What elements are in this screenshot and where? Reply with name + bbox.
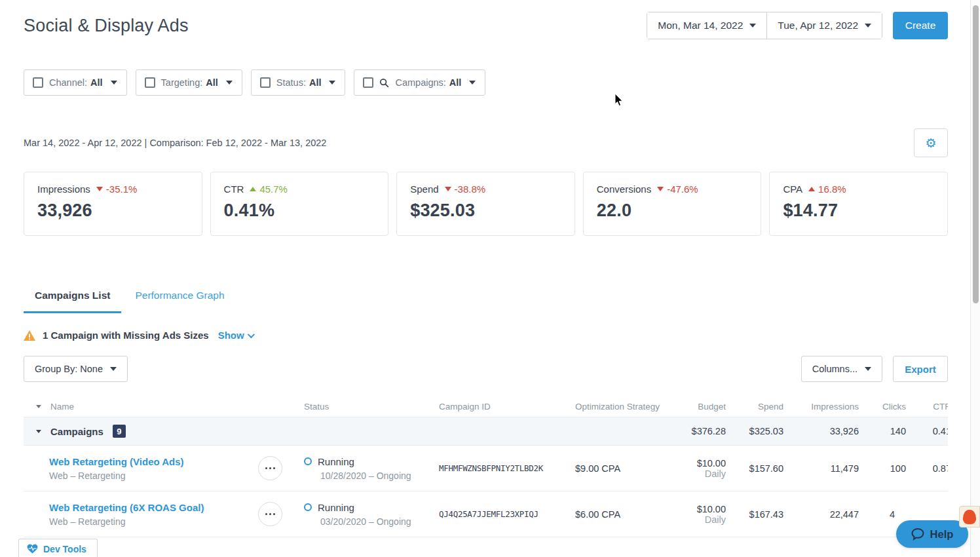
end-date-value: Tue, Apr 12, 2022: [778, 20, 858, 31]
metric-label: Impressions: [37, 183, 90, 195]
channel-filter[interactable]: Channel: All: [24, 69, 127, 96]
collapse-caret-icon[interactable]: [36, 430, 41, 433]
group-by-value: Group By: None: [35, 364, 103, 374]
campaign-dates: 10/28/2020 – Ongoing: [304, 471, 426, 481]
group-by-dropdown[interactable]: Group By: None: [24, 356, 128, 382]
chevron-down-icon: [247, 330, 254, 337]
show-link-label: Show: [218, 330, 244, 341]
targeting-checkbox[interactable]: [145, 77, 155, 88]
tab-performance-graph[interactable]: Performance Graph: [124, 290, 235, 313]
ellipsis-icon: [265, 513, 268, 516]
campaign-name-link[interactable]: Web Retargeting (Video Ads): [49, 456, 258, 467]
column-header-campaign-id[interactable]: Campaign ID: [426, 402, 565, 412]
column-header-ctr[interactable]: CTR: [906, 402, 948, 412]
channel-filter-label: Channel:: [49, 77, 87, 88]
clicks-value: 4: [859, 509, 906, 520]
metric-change: -47.6%: [667, 183, 698, 195]
column-header-impressions[interactable]: Impressions: [783, 402, 859, 412]
column-header-spend[interactable]: Spend: [726, 402, 783, 412]
export-button[interactable]: Export: [893, 356, 948, 382]
table-header-row: Name Status Campaign ID Optimization Str…: [24, 396, 948, 417]
column-header-clicks[interactable]: Clicks: [859, 402, 906, 412]
status-filter[interactable]: Status: All: [251, 69, 346, 96]
campaigns-group-row[interactable]: Campaigns 9 $376.28 $325.03 33,926 140 0…: [24, 417, 948, 446]
help-button[interactable]: Help: [896, 520, 968, 548]
campaign-name-link[interactable]: Web Retargeting (6X ROAS Goal): [49, 502, 258, 513]
campaigns-filter-label: Campaigns:: [395, 77, 445, 88]
campaign-id: QJ4Q25A7JJEMFL23XPIQJ: [426, 509, 565, 519]
column-header-name[interactable]: Name: [24, 402, 258, 412]
scrollbar-thumb[interactable]: [973, 5, 979, 303]
metric-value: $325.03: [410, 201, 561, 221]
budget-period: Daily: [668, 514, 726, 525]
campaigns-table: Name Status Campaign ID Optimization Str…: [24, 396, 948, 537]
campaign-count-badge: 9: [113, 425, 126, 438]
optimization-strategy: $9.00 CPA: [565, 463, 668, 474]
clicks-value: 100: [859, 463, 906, 474]
sort-caret-icon: [36, 405, 41, 408]
missing-ads-warning: 1 Campaign with Missing Ads Sizes Show: [24, 330, 948, 341]
start-date-value: Mon, Mar 14, 2022: [658, 20, 743, 31]
chevron-down-icon: [110, 367, 117, 371]
columns-dropdown[interactable]: Columns...: [801, 356, 882, 382]
dev-tools-label: Dev Tools: [43, 544, 86, 554]
extension-icon[interactable]: [959, 506, 980, 528]
dev-tools-badge[interactable]: Dev Tools: [18, 539, 98, 557]
column-header-budget[interactable]: Budget: [668, 402, 726, 412]
metric-value: 0.41%: [224, 201, 375, 221]
chevron-down-icon: [111, 81, 117, 85]
budget-amount: $10.00: [668, 458, 726, 469]
chevron-down-icon: [469, 81, 476, 85]
date-comparison-row: Mar 14, 2022 - Apr 12, 2022 | Comparison…: [24, 128, 948, 157]
columns-value: Columns...: [812, 364, 857, 374]
show-warning-link[interactable]: Show: [218, 330, 253, 341]
chat-bubble-icon: [911, 528, 924, 541]
tab-bar: Campaigns List Performance Graph: [24, 290, 948, 313]
settings-button[interactable]: ⚙: [914, 128, 948, 157]
group-label: Campaigns: [50, 426, 104, 437]
page-header: Social & Display Ads Mon, Mar 14, 2022 T…: [24, 12, 948, 39]
campaigns-filter[interactable]: Campaigns: All: [354, 69, 485, 96]
campaign-dates: 03/20/2020 – Ongoing: [304, 516, 426, 527]
metric-label: Spend: [410, 183, 438, 195]
spend-value: $157.60: [726, 463, 783, 474]
chevron-down-icon: [749, 24, 756, 28]
channel-filter-value: All: [90, 77, 103, 88]
row-actions-button[interactable]: [258, 456, 282, 480]
metric-change: 16.8%: [818, 183, 846, 195]
metric-label: CTR: [224, 183, 244, 195]
ellipsis-icon: [265, 467, 268, 470]
metric-change: -35.1%: [106, 183, 138, 195]
page-title: Social & Display Ads: [24, 12, 189, 36]
app-window: Social & Display Ads Mon, Mar 14, 2022 T…: [0, 0, 980, 557]
metric-card-cpa: CPA 16.8% $14.77: [769, 172, 948, 236]
campaign-id: MFHMFWZNSBFPNIY2TLBD2K: [426, 463, 565, 473]
status-checkbox[interactable]: [260, 77, 271, 88]
row-actions-button[interactable]: [258, 502, 282, 526]
metric-card-ctr: CTR 45.7% 0.41%: [210, 172, 389, 236]
channel-checkbox[interactable]: [33, 77, 43, 88]
table-row: Web Retargeting (6X ROAS Goal) Web – Ret…: [24, 491, 948, 537]
warning-icon: [24, 330, 35, 341]
group-spend: $325.03: [726, 426, 783, 436]
warning-text: 1 Campaign with Missing Ads Sizes: [43, 330, 209, 341]
table-controls: Group By: None Columns... Export: [24, 356, 948, 382]
status-filter-label: Status:: [276, 77, 306, 88]
create-button[interactable]: Create: [893, 12, 948, 39]
campaigns-filter-value: All: [449, 77, 462, 88]
status-text: Running: [318, 502, 354, 513]
column-header-status[interactable]: Status: [288, 402, 426, 412]
campaigns-checkbox[interactable]: [363, 77, 373, 88]
end-date-dropdown[interactable]: Tue, Apr 12, 2022: [766, 12, 882, 39]
targeting-filter[interactable]: Targeting: All: [136, 69, 242, 96]
metric-card-impressions: Impressions -35.1% 33,926: [24, 172, 202, 236]
metric-label: CPA: [783, 183, 802, 195]
tab-campaigns-list[interactable]: Campaigns List: [24, 290, 121, 313]
column-header-optimization[interactable]: Optimization Strategy: [565, 402, 668, 412]
start-date-dropdown[interactable]: Mon, Mar 14, 2022: [647, 12, 766, 39]
vertical-scrollbar[interactable]: [970, 0, 980, 557]
chevron-down-icon: [865, 24, 871, 28]
table-row: Web Retargeting (Video Ads) Web – Retarg…: [24, 446, 948, 491]
gear-icon: ⚙: [925, 136, 936, 151]
filter-bar: Channel: All Targeting: All Status: All …: [24, 69, 948, 96]
